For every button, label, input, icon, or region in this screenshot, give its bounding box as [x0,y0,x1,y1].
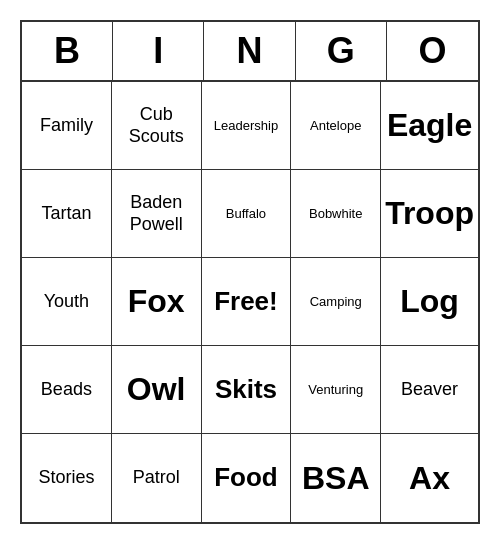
cell-text-4: Eagle [387,106,472,144]
bingo-cell-14: Log [381,258,478,346]
bingo-cell-11: Fox [112,258,202,346]
cell-text-24: Ax [409,459,450,497]
bingo-cell-19: Beaver [381,346,478,434]
bingo-cell-18: Venturing [291,346,381,434]
bingo-cell-0: Family [22,82,112,170]
cell-text-14: Log [400,282,459,320]
bingo-cell-7: Buffalo [202,170,292,258]
bingo-cell-6: Baden Powell [112,170,202,258]
cell-text-23: BSA [302,459,370,497]
cell-text-11: Fox [128,282,185,320]
bingo-cell-16: Owl [112,346,202,434]
bingo-cell-2: Leadership [202,82,292,170]
cell-text-2: Leadership [214,118,278,134]
header-letter-n: N [204,22,295,80]
bingo-cell-22: Food [202,434,292,522]
cell-text-19: Beaver [401,379,458,401]
header-letter-b: B [22,22,113,80]
cell-text-10: Youth [44,291,89,313]
bingo-cell-24: Ax [381,434,478,522]
cell-text-1: Cub Scouts [116,104,197,147]
bingo-cell-21: Patrol [112,434,202,522]
bingo-cell-9: Troop [381,170,478,258]
cell-text-5: Tartan [41,203,91,225]
bingo-cell-8: Bobwhite [291,170,381,258]
cell-text-21: Patrol [133,467,180,489]
cell-text-13: Camping [310,294,362,310]
bingo-card: BINGO FamilyCub ScoutsLeadershipAntelope… [20,20,480,524]
cell-text-22: Food [214,462,278,493]
bingo-cell-3: Antelope [291,82,381,170]
cell-text-12: Free! [214,286,278,317]
cell-text-3: Antelope [310,118,361,134]
cell-text-7: Buffalo [226,206,266,222]
header-letter-i: I [113,22,204,80]
cell-text-9: Troop [385,194,474,232]
bingo-cell-5: Tartan [22,170,112,258]
cell-text-6: Baden Powell [116,192,197,235]
bingo-cell-10: Youth [22,258,112,346]
bingo-cell-20: Stories [22,434,112,522]
cell-text-20: Stories [38,467,94,489]
cell-text-15: Beads [41,379,92,401]
bingo-cell-4: Eagle [381,82,478,170]
bingo-cell-1: Cub Scouts [112,82,202,170]
bingo-cell-17: Skits [202,346,292,434]
bingo-cell-12: Free! [202,258,292,346]
cell-text-0: Family [40,115,93,137]
bingo-cell-15: Beads [22,346,112,434]
bingo-cell-23: BSA [291,434,381,522]
bingo-cell-13: Camping [291,258,381,346]
cell-text-16: Owl [127,370,186,408]
cell-text-18: Venturing [308,382,363,398]
header-letter-o: O [387,22,478,80]
cell-text-8: Bobwhite [309,206,362,222]
cell-text-17: Skits [215,374,277,405]
bingo-header: BINGO [22,22,478,82]
header-letter-g: G [296,22,387,80]
bingo-grid: FamilyCub ScoutsLeadershipAntelopeEagleT… [22,82,478,522]
